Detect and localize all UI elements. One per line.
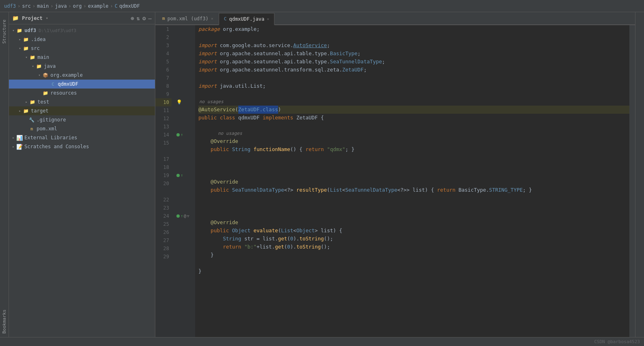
code-line-13: @Override [198,137,629,145]
tree-item-pomxml[interactable]: m pom.xml [9,124,155,133]
linenum-22: 22 [155,196,172,204]
code-line-9 [198,90,629,98]
linenum-8: 8 [155,82,172,90]
breadcrumb-classname[interactable]: qdmxUDF [119,3,140,9]
code-line-12 [198,122,629,130]
ann-5 [175,58,195,66]
breadcrumb-java[interactable]: java [55,3,67,9]
ann-24: ↑ @ ▽ [175,212,195,220]
code-line-2 [198,33,629,41]
linenum-14: 14 [155,131,172,139]
ann-8 [175,82,195,90]
collapse-icon[interactable]: — [148,15,152,22]
status-bar: CSDN @barbosa4523 [0,337,644,346]
tab-pom-label: pom.xml (udf3) [168,16,209,22]
watermark-text: CSDN @barbosa4523 [594,339,640,344]
gutter-arrow-19: ↑ [181,171,183,179]
breadcrumb-main[interactable]: main [37,3,49,9]
code-line-6: import org.apache.seatunnel.transform.sq… [198,66,629,74]
code-line-16 [198,162,629,170]
structure-tab[interactable]: Structure [0,16,8,47]
code-line-24: public Object evaluate(List<Object> list… [198,227,629,235]
settings-icon[interactable]: ⚙ [142,15,146,22]
linenum-18: 18 [155,163,172,171]
scratches-label: Scratches and Consoles [24,144,89,149]
add-icon[interactable]: ⊕ [131,15,134,22]
code-line-14: public String functionName() { return "q… [198,145,629,154]
tab-java-label: qdmxUDF.java [229,16,264,22]
tree-item-target[interactable]: ▸ 📁 target [9,106,155,115]
gutter-dot-24 [176,214,180,218]
code-line-26: return "b:"+list.get(0).toString(); [198,243,629,251]
ann-6 [175,66,195,74]
file-tree: ▾ 📁 udf3 D:\1\udf3\udf3 ▸ 📁 .idea ▾ 📁 sr… [9,24,155,337]
linenum-25: 25 [155,220,172,228]
code-line-19: public SeaTunnelDataType<?> resultType(L… [198,186,629,194]
tree-item-gitignore[interactable]: 🔧 .gitignore [9,115,155,124]
tree-item-main[interactable]: ▾ 📁 main [9,53,155,62]
panel-dropdown-arrow[interactable]: ▾ [46,16,48,20]
tab-pom-close[interactable]: ✕ [211,16,213,21]
linenum-5: 5 [155,58,172,66]
folder-icon-udf3: 📁 [16,27,23,34]
tab-java-close[interactable]: ✕ [267,17,269,21]
tab-qdmxudf-java[interactable]: C qdmxUDF.java ✕ [219,13,274,25]
gutter-arrow-24: ↑ [181,212,183,220]
linenum-17: 17 [155,155,172,163]
breadcrumb-example[interactable]: example [88,3,109,9]
breadcrumb-bar: udf3 › src › main › java › org › example… [0,0,644,12]
linenum-16 [155,147,172,155]
ann-7 [175,74,195,82]
project-panel: 📁 Project ▾ ⊕ ⇅ ⚙ — ▾ 📁 udf3 D:\1\udf3\u… [9,12,155,337]
code-content[interactable]: package org.example; import com.google.a… [195,25,629,337]
folder-icon-java: 📁 [36,63,42,69]
java-tab-icon: C [224,16,227,22]
folder-icon-idea: 📁 [23,36,29,43]
breadcrumb-udf3[interactable]: udf3 [4,3,16,9]
main-area: Structure Bookmarks 📁 Project ▾ ⊕ ⇅ ⚙ — … [0,12,644,337]
code-line-27: } [198,251,629,259]
tree-item-scratches[interactable]: ▸ 📝 Scratches and Consoles [9,142,155,151]
tree-item-ext-libs[interactable]: ▸ 📊 External Libraries [9,133,155,142]
ann-14: ↑ [175,131,195,139]
code-line-28 [198,259,629,267]
tree-item-java[interactable]: ▾ 📁 java [9,62,155,71]
gitignore-icon: 🔧 [28,117,35,123]
breadcrumb-org[interactable]: org [73,3,82,9]
tree-item-org-example[interactable]: ▾ 📦 org.example [9,71,155,80]
ann-3 [175,41,195,50]
ann-22 [175,196,195,204]
linenum-4: 4 [155,50,172,58]
tree-item-test[interactable]: ▸ 📁 test [9,97,155,106]
linenum-11: 11 [155,106,172,115]
tree-item-src[interactable]: ▾ 📁 src [9,44,155,53]
ann-19: ↑ [175,171,195,179]
line-numbers: 1 2 3 4 5 6 7 8 9 10 11 12 13 14 15 17 1… [155,25,175,337]
code-editor[interactable]: 1 2 3 4 5 6 7 8 9 10 11 12 13 14 15 17 1… [155,25,635,337]
left-tabs: Structure Bookmarks [0,12,9,337]
code-line-15 [198,154,629,162]
gutter-dot-19 [176,174,180,177]
code-line-23: @Override [198,218,629,227]
linenum-23: 23 [155,204,172,212]
panel-header: 📁 Project ▾ ⊕ ⇅ ⚙ — [9,12,155,24]
xml-tab-icon: m [162,16,165,21]
align-icon[interactable]: ⇅ [137,15,140,22]
code-line-11: public class qdmxUDF implements ZetaUDF … [198,114,629,122]
tree-item-idea[interactable]: ▸ 📁 .idea [9,35,155,44]
bulb-icon-10[interactable]: 💡 [176,98,182,106]
linenum-19: 19 [155,171,172,179]
tab-pom-xml[interactable]: m pom.xml (udf3) ✕ [157,12,219,24]
linenum-7: 7 [155,74,172,82]
bookmarks-tab[interactable]: Bookmarks [0,306,8,337]
right-scrollbar[interactable] [629,25,635,337]
ann-12 [175,115,195,123]
gutter-at-24: @ [184,212,186,220]
tree-item-udf3[interactable]: ▾ 📁 udf3 D:\1\udf3\udf3 [9,26,155,35]
tree-item-resources[interactable]: 📁 resources [9,89,155,97]
code-line-7 [198,74,629,82]
code-line-29: } [198,267,629,275]
breadcrumb-src[interactable]: src [22,3,31,9]
tree-item-qdmxudf[interactable]: C qdmxUDF [9,80,155,89]
gutter-arrow-14: ↑ [181,131,183,139]
